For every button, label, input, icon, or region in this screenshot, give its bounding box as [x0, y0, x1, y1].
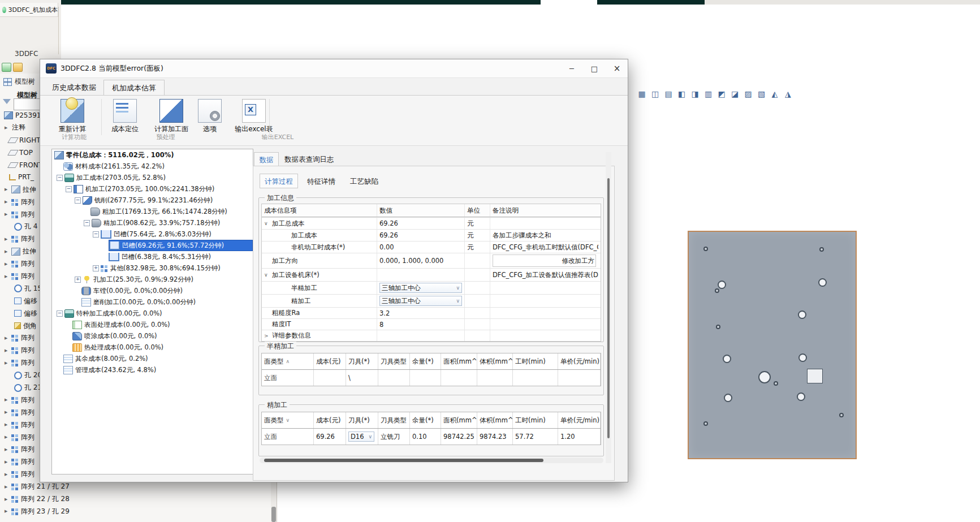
model-tree-tab[interactable]: 模型树: [3, 77, 35, 87]
cad-tool-icon[interactable]: ▤: [663, 88, 674, 100]
ribbon-button-excel[interactable]: 输出excel表: [228, 99, 280, 134]
ribbon-button-cube[interactable]: 计算加工面: [146, 99, 196, 134]
cost-tree-row[interactable]: 磨削加工(0.00元, 0.0%;0.00分钟): [52, 296, 253, 308]
value-dropdown[interactable]: 三轴加工中心∨: [379, 296, 462, 306]
info-cell-value[interactable]: 三轴加工中心∨: [377, 282, 465, 294]
machining-header-cell: 刀具类型: [378, 353, 410, 369]
tab-machining-cost-estimate[interactable]: 机加成本估算: [103, 80, 165, 95]
info-table-row[interactable]: 加工成本69.26元各加工步骤成本之和: [262, 229, 601, 241]
drill-hole: [703, 421, 708, 426]
tool-dropdown[interactable]: D16∨: [348, 432, 374, 442]
machining-cell: [410, 370, 441, 386]
maximize-button[interactable]: □: [586, 62, 603, 76]
remark-edit-box[interactable]: 修改加工方: [493, 254, 596, 267]
model-tree-item-label: TOP: [19, 149, 33, 157]
cad-tool-icon[interactable]: ◭: [769, 88, 780, 100]
dropdown-value: 三轴加工中心: [382, 297, 421, 305]
cost-tree-row[interactable]: −机加工(2703.05元, 100.0%;2241.38分钟): [52, 183, 253, 195]
open-folder-icon[interactable]: [13, 63, 23, 72]
machining-cell-value: 立铣刀: [381, 433, 400, 441]
info-table-row[interactable]: ∨加工设备机床(*)DFC_CFG_加工设备默认值推荐表(DF: [262, 268, 601, 281]
tab-data-query-log[interactable]: 数据表查询日志: [284, 155, 334, 165]
cost-tree-row[interactable]: −特种加工成本(0.00元, 0.0%): [52, 308, 253, 319]
model-tree-item-label: 孔 4: [24, 222, 37, 231]
cost-tree-row[interactable]: 热处理成本(0.00元, 0.0%): [52, 342, 253, 353]
cad-tool-icon[interactable]: ◧: [676, 88, 688, 100]
dialog-titlebar[interactable]: DFC 3DDFC2.8 当前模型error(面板) ─ □ ×: [40, 59, 628, 78]
cost-tree-row[interactable]: +孔加工(25.30元, 0.9%;9.92分钟): [52, 274, 253, 285]
model-tree-scrollbar-thumb[interactable]: [271, 507, 276, 522]
model-tree-item-label: 拉伸: [23, 247, 36, 256]
ribbon-button-options[interactable]: 选项: [197, 99, 222, 134]
app-tab-3ddfc[interactable]: 3DDFC_机加成本: [0, 3, 58, 17]
cost-tree-row[interactable]: 车镗(0.00元, 0.0%;0.00分钟): [52, 285, 253, 296]
model-tree-search-input[interactable]: [14, 98, 42, 110]
cost-tree-row[interactable]: 喷涂成本(0.00元, 0.0%): [52, 330, 253, 342]
model-tree-item[interactable]: ▶阵列 23 / 孔 29: [0, 506, 270, 518]
value-dropdown[interactable]: 三轴加工中心∨: [379, 283, 462, 293]
vertical-scrollbar[interactable]: [606, 152, 611, 463]
tree-row-content: 凹槽(69.26元, 91.6%;57.72分钟): [109, 240, 253, 251]
ribbon-button-calc[interactable]: 重新计算: [50, 99, 94, 134]
cad-tool-icon[interactable]: ◪: [729, 88, 741, 100]
cost-tree-row[interactable]: −加工成本(2703.05元, 52.8%): [52, 172, 253, 183]
tab-history-cost-data[interactable]: 历史成本数据: [47, 80, 101, 95]
info-table-row[interactable]: >详细参数信息: [262, 330, 601, 341]
minimize-button[interactable]: ─: [563, 62, 580, 76]
cad-part-plate[interactable]: [688, 231, 857, 459]
cost-tree-row[interactable]: −铣削(2677.75元, 99.1%;2231.46分钟): [52, 195, 253, 206]
drill-hole: [839, 413, 844, 417]
close-button[interactable]: ×: [608, 62, 625, 76]
cost-tree-row[interactable]: 零件(总成本：5116.02元，100%): [52, 149, 253, 161]
machining-table-row[interactable]: 立面69.26D16∨立铣刀0.1098742.259874.2357.721.…: [262, 429, 601, 445]
tab-calc-process[interactable]: 计算过程: [260, 174, 298, 188]
cad-tool-icon[interactable]: ◨: [689, 88, 701, 100]
cad-tool-icon[interactable]: ▧: [756, 88, 767, 100]
cad-tool-icon[interactable]: ◫: [650, 88, 661, 100]
cad-tool-icon[interactable]: ▥: [703, 88, 714, 100]
cost-tree-row-label: 精加工(908.62元, 33.9%;757.18分钟): [103, 219, 220, 227]
cost-tree-row[interactable]: 凹槽(69.26元, 91.6%;57.72分钟): [52, 240, 253, 251]
cost-tree-row[interactable]: −精加工(908.62元, 33.9%;757.18分钟): [52, 217, 253, 228]
cost-tree-row[interactable]: 凹槽(6.38元, 8.4%;5.31分钟): [52, 251, 253, 262]
horizontal-scrollbar[interactable]: [260, 458, 603, 463]
new-document-icon[interactable]: [2, 63, 11, 72]
mill-icon: [83, 196, 92, 205]
info-table-row[interactable]: 精度IT8: [262, 318, 601, 330]
info-table-row[interactable]: 非机动工时成本(*)0.00元DFC_CFG_非机动工时默认值(DFC_CF: [262, 241, 601, 253]
cost-tree-row[interactable]: 材料成本(2161.35元, 42.2%): [52, 161, 253, 172]
filter-funnel-icon[interactable]: [3, 99, 11, 104]
tab-process-defect[interactable]: 工艺缺陷: [350, 177, 378, 187]
material-icon: [63, 162, 73, 171]
vertical-scrollbar-thumb[interactable]: [607, 178, 610, 438]
info-cell-value[interactable]: 三轴加工中心∨: [377, 295, 465, 307]
cad-tool-icon[interactable]: ▨: [742, 88, 754, 100]
cost-tree-row[interactable]: 其余成本(8.00元, 0.2%): [52, 353, 253, 364]
info-table-row[interactable]: 半精加工三轴加工中心∨: [262, 281, 601, 294]
chevron-down-icon: ∨: [456, 298, 460, 304]
ribbon-button-locate[interactable]: 成本定位: [104, 99, 146, 134]
cost-tree-row[interactable]: 表面处理成本(0.00元, 0.0%): [52, 319, 253, 330]
info-cell-value: [377, 269, 465, 281]
cad-tool-icon[interactable]: ◮: [783, 88, 794, 100]
info-row-label: 加工方向: [272, 257, 298, 265]
cad-tool-icon[interactable]: ◩: [716, 88, 727, 100]
model-tree-item[interactable]: ▶阵列 21 / 孔 27: [0, 481, 270, 493]
cost-tree-row[interactable]: 管理成本(243.62元, 4.8%): [52, 364, 253, 376]
tab-feature-detail[interactable]: 特征详情: [307, 177, 335, 187]
expand-arrow-icon: ▶: [5, 497, 10, 502]
cost-tree-row[interactable]: 粗加工(1769.13元, 66.1%;1474.28分钟): [52, 206, 253, 217]
cost-tree-row[interactable]: −凹槽(75.64元, 2.8%;63.03分钟): [52, 228, 253, 240]
info-table-row[interactable]: 粗糙度Ra3.2: [262, 307, 601, 318]
model-tree-item[interactable]: ▶阵列 22 / 孔 28: [0, 493, 270, 506]
info-table-row[interactable]: 加工方向0.000, 1.000, 0.000修改加工方: [262, 253, 601, 268]
ribbon-group-label: 输出EXCEL: [262, 133, 293, 141]
info-table-row[interactable]: 精加工三轴加工中心∨: [262, 294, 601, 307]
info-table-row[interactable]: ∨加工总成本69.26元: [262, 217, 601, 229]
cost-tree-row[interactable]: +其他(832.98元, 30.8%;694.15分钟): [52, 262, 253, 274]
horizontal-scrollbar-thumb[interactable]: [264, 459, 543, 462]
spray-icon: [72, 332, 82, 340]
tab-data[interactable]: 数据: [254, 152, 279, 166]
machining-table-row[interactable]: 立面\: [262, 370, 601, 386]
cad-tool-icon[interactable]: ▦: [636, 88, 647, 100]
